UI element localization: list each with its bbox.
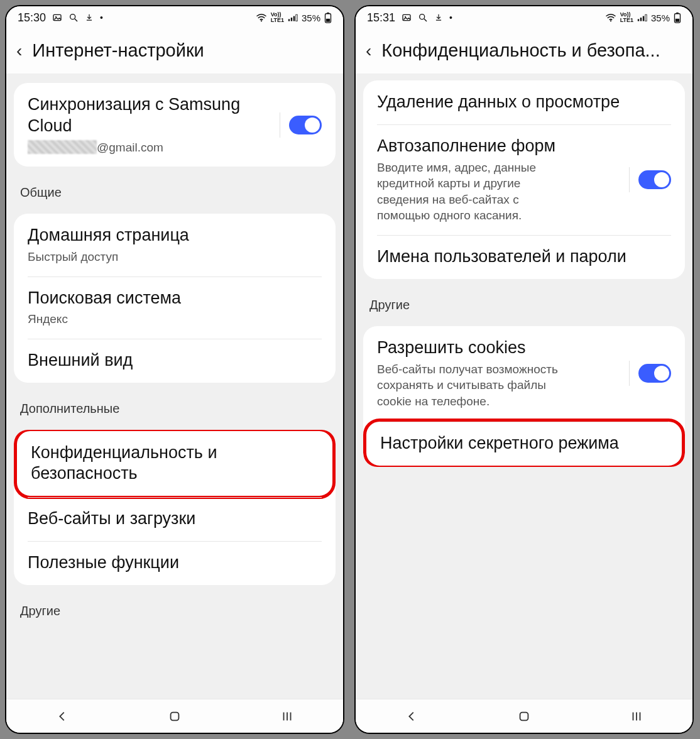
svg-point-20: [610, 20, 611, 21]
section-general: Общие: [6, 175, 343, 205]
volte-icon: Vo))LTE1: [620, 12, 633, 23]
nav-bar: [6, 699, 343, 733]
row-usernames-passwords[interactable]: Имена пользователей и пароли: [363, 235, 685, 279]
svg-rect-28: [520, 712, 528, 720]
download-icon: [85, 13, 94, 23]
search-icon: [418, 13, 428, 23]
svg-rect-21: [638, 19, 639, 21]
row-homepage[interactable]: Домашняя страница Быстрый доступ: [14, 214, 336, 276]
download-icon: [434, 13, 443, 23]
battery-icon: [324, 12, 332, 23]
battery-icon: [674, 12, 681, 23]
status-bar: 15:30 • Vo))LTE1 35%: [6, 6, 343, 29]
toggle-sync[interactable]: [289, 116, 322, 134]
row-appearance[interactable]: Внешний вид: [14, 339, 336, 383]
signal-icon: [288, 13, 298, 22]
svg-rect-27: [675, 19, 679, 22]
svg-rect-23: [643, 16, 644, 21]
page-header: ‹ Конфиденциальность и безопа...: [356, 29, 692, 74]
section-advanced: Дополнительные: [6, 391, 343, 421]
svg-rect-11: [326, 19, 330, 22]
image-icon: [52, 13, 62, 23]
row-search-engine[interactable]: Поисковая система Яндекс: [14, 276, 336, 339]
row-secret-mode-settings[interactable]: Настройки секретного режима: [363, 419, 685, 467]
back-icon[interactable]: ‹: [366, 41, 371, 61]
svg-rect-22: [640, 18, 642, 21]
battery-percent: 35%: [302, 13, 320, 23]
svg-rect-5: [288, 19, 290, 21]
page-header: ‹ Интернет-настройки: [6, 29, 343, 74]
nav-back[interactable]: [43, 709, 81, 723]
row-title: Синхронизация с Samsung Cloud: [28, 94, 271, 137]
svg-rect-8: [296, 14, 297, 21]
svg-rect-7: [293, 16, 295, 21]
svg-line-3: [75, 19, 77, 21]
status-time: 15:30: [18, 11, 46, 25]
wifi-icon: [605, 13, 616, 22]
svg-point-4: [261, 20, 262, 21]
back-icon[interactable]: ‹: [16, 41, 22, 61]
phone-right: 15:31 • Vo))LTE1 35%: [354, 5, 694, 734]
row-subtitle: @gmail.com: [28, 140, 271, 156]
search-icon: [68, 13, 79, 23]
settings-list[interactable]: Синхронизация с Samsung Cloud @gmail.com…: [6, 74, 343, 699]
svg-rect-10: [327, 13, 329, 14]
nav-back[interactable]: [393, 709, 430, 723]
section-other: Другие: [356, 288, 692, 317]
page-title: Конфиденциальность и безопа...: [381, 40, 660, 61]
nav-recents[interactable]: [618, 709, 655, 723]
phone-left: 15:30 • Vo))LTE1 35%: [5, 5, 344, 734]
volte-icon: Vo))LTE1: [271, 12, 284, 23]
svg-rect-12: [171, 712, 179, 720]
wifi-icon: [256, 13, 267, 22]
dot-icon: •: [100, 13, 103, 23]
svg-rect-26: [676, 13, 679, 14]
row-privacy-security[interactable]: Конфиденциальность и безопасность: [14, 430, 336, 500]
svg-line-19: [424, 19, 427, 21]
section-other: Другие: [6, 594, 343, 623]
row-useful-features[interactable]: Полезные функции: [14, 541, 336, 585]
status-bar: 15:31 • Vo))LTE1 35%: [356, 6, 692, 29]
toggle-autofill[interactable]: [638, 170, 671, 189]
toggle-cookies[interactable]: [638, 364, 671, 383]
svg-point-2: [70, 14, 75, 19]
row-allow-cookies[interactable]: Разрешить cookies Веб-сайты получат возм…: [363, 326, 685, 421]
battery-percent: 35%: [651, 13, 670, 23]
svg-point-18: [420, 14, 425, 19]
row-sync-samsung-cloud[interactable]: Синхронизация с Samsung Cloud @gmail.com: [14, 83, 336, 167]
row-sites-downloads[interactable]: Веб-сайты и загрузки: [14, 497, 336, 541]
signal-icon: [637, 13, 647, 22]
image-icon: [402, 13, 412, 23]
svg-rect-6: [291, 18, 292, 21]
status-time: 15:31: [367, 11, 395, 25]
svg-rect-24: [645, 14, 647, 21]
redacted-email-prefix: [28, 140, 97, 154]
dot-icon: •: [449, 13, 452, 23]
page-title: Интернет-настройки: [32, 40, 204, 61]
nav-home[interactable]: [505, 709, 543, 723]
nav-home[interactable]: [156, 709, 194, 723]
settings-list[interactable]: Удаление данных о просмотре Автозаполнен…: [356, 74, 692, 699]
nav-bar: [356, 699, 692, 733]
row-delete-browsing-data[interactable]: Удаление данных о просмотре: [363, 80, 685, 124]
row-autofill-forms[interactable]: Автозаполнение форм Вводите имя, адрес, …: [363, 124, 685, 235]
nav-recents[interactable]: [268, 709, 306, 723]
